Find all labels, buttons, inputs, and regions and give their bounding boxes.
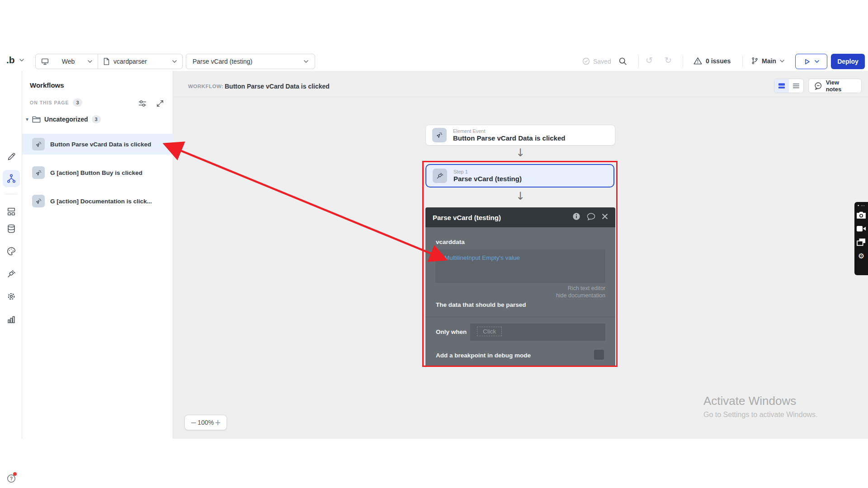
property-panel-header[interactable]: Parse vCard (testing) [425, 207, 615, 227]
logs-tab[interactable] [6, 314, 17, 325]
view-notes-button[interactable]: View notes [808, 79, 862, 93]
ellipsis-icon: ⋯ [861, 203, 865, 208]
divider [425, 317, 615, 317]
warning-triangle-icon [693, 57, 702, 65]
settings-tab[interactable] [6, 291, 17, 302]
close-button[interactable] [602, 213, 608, 221]
zoom-in-button[interactable]: + [215, 418, 221, 427]
chevron-down-icon [780, 60, 784, 62]
comment-button[interactable] [587, 213, 595, 222]
redo-button[interactable]: ↻ [665, 55, 672, 65]
bubble-logo: .b [6, 55, 15, 66]
git-branch-icon [751, 57, 758, 65]
vcarddata-input[interactable]: MultilineInput Empty's value [435, 249, 605, 283]
workflows-panel: Workflows ON THIS PAGE 3 ▾ Uncategorized… [22, 71, 173, 439]
step-node-title: Parse vCard (testing) [453, 175, 522, 183]
only-when-input[interactable]: Click [470, 324, 605, 341]
file-icon [104, 58, 109, 65]
field-description: The data that should be parsed [436, 301, 526, 308]
issues-label: 0 issues [706, 57, 731, 65]
branch-dropdown[interactable]: Main [751, 57, 784, 65]
chevron-down-icon [172, 60, 177, 63]
monitor-icon [41, 58, 49, 65]
bar-chart-icon [6, 314, 16, 324]
dot-icon: • [858, 203, 859, 208]
zoom-out-button[interactable]: − [190, 418, 197, 427]
layers-icon [857, 238, 866, 246]
components-tab[interactable] [6, 206, 17, 217]
step-node[interactable]: Step 1 Parse vCard (testing) [425, 164, 614, 188]
card-view-toggle[interactable] [774, 79, 789, 93]
workflow-list-item[interactable]: G [action] Button Buy is clicked [22, 162, 173, 183]
undo-button[interactable]: ↺ [646, 55, 653, 65]
breakpoint-label: Add a breakpoint in debug mode [436, 352, 531, 359]
camera-icon [856, 211, 866, 219]
workflow-tree-icon [6, 174, 16, 183]
divider [638, 56, 639, 67]
view-toggle-group [774, 79, 804, 93]
preview-button[interactable] [795, 54, 827, 69]
play-icon [804, 58, 811, 65]
breakpoint-checkbox[interactable] [594, 350, 604, 360]
action-property-panel: Parse vCard (testing) vcarddata Multilin… [425, 207, 615, 366]
hide-documentation-link[interactable]: hide documentation [556, 292, 605, 299]
styles-tab[interactable] [6, 246, 17, 257]
section-label: ON THIS PAGE [30, 100, 69, 105]
event-node-title: Button Parse vCard Data is clicked [453, 134, 565, 142]
property-panel-body: vcarddata MultilineInput Empty's value R… [425, 227, 615, 366]
event-node[interactable]: Element Event Button Parse vCard Data is… [425, 125, 615, 145]
deploy-button[interactable]: Deploy [831, 54, 865, 69]
workflow-tab[interactable] [3, 170, 20, 187]
branch-label: Main [762, 57, 776, 65]
search-icon [618, 57, 627, 66]
search-button[interactable] [618, 57, 627, 67]
connector-arrow-icon: ↓ [514, 190, 527, 202]
page-name-label: Parse vCard (testing) [193, 58, 252, 65]
notification-dot [13, 472, 17, 476]
app-name-label: vcardparser [113, 58, 168, 65]
data-tab[interactable] [6, 223, 17, 234]
record-video-button[interactable] [854, 222, 868, 235]
workflow-item-label: G [action] Documentation is click... [50, 198, 152, 205]
list-view-toggle[interactable] [789, 79, 803, 93]
divider [173, 97, 868, 97]
divider [742, 56, 743, 67]
expand-button[interactable] [156, 99, 164, 109]
filter-button[interactable] [138, 99, 147, 109]
widget-settings-button[interactable]: ⚙ [854, 249, 868, 263]
rich-text-editor-link[interactable]: Rich text editor [568, 285, 605, 291]
page-dropdown[interactable]: Parse vCard (testing) [186, 54, 315, 69]
list-view-icon [793, 83, 800, 89]
platform-dropdown[interactable]: Web [36, 54, 98, 69]
svg-text:?: ? [10, 476, 13, 481]
view-notes-label: View notes [826, 79, 856, 93]
issues-button[interactable]: 0 issues [693, 57, 731, 65]
app-window: .b Web vcardparser Parse vCard (testing)… [0, 0, 868, 488]
design-tab[interactable] [6, 151, 17, 162]
info-icon [572, 212, 580, 221]
click-event-icon [432, 128, 447, 142]
app-dropdown[interactable]: vcardparser [98, 54, 182, 69]
screenshot-button[interactable] [854, 208, 868, 222]
connector-arrow-icon: ↓ [514, 146, 527, 159]
bubble-logo-menu[interactable]: .b [6, 55, 24, 66]
dynamic-expression[interactable]: MultilineInput Empty's value [444, 254, 520, 261]
chevron-down-icon [19, 59, 24, 61]
widget-menu-button[interactable]: • ⋯ [858, 203, 865, 208]
plug-icon [6, 269, 16, 279]
context-dropdown-group: Web vcardparser [35, 54, 183, 69]
info-button[interactable] [572, 212, 580, 222]
folder-row[interactable]: ▾ Uncategorized 3 [26, 115, 101, 123]
sliders-icon [138, 99, 147, 108]
help-button[interactable]: ? [6, 473, 17, 484]
folder-icon [32, 116, 41, 123]
multi-capture-button[interactable] [854, 235, 868, 249]
folder-count-badge: 3 [92, 115, 101, 123]
platform-label: Web [62, 58, 75, 65]
workflow-item-label: Button Parse vCard Data is clicked [50, 141, 151, 148]
top-toolbar: .b Web vcardparser Parse vCard (testing)… [0, 52, 868, 71]
workflow-list-item[interactable]: Button Parse vCard Data is clicked [22, 134, 173, 155]
workflow-list-item[interactable]: G [action] Documentation is click... [22, 191, 173, 211]
plugins-tab[interactable] [6, 268, 17, 279]
panel-title: Workflows [30, 81, 64, 89]
